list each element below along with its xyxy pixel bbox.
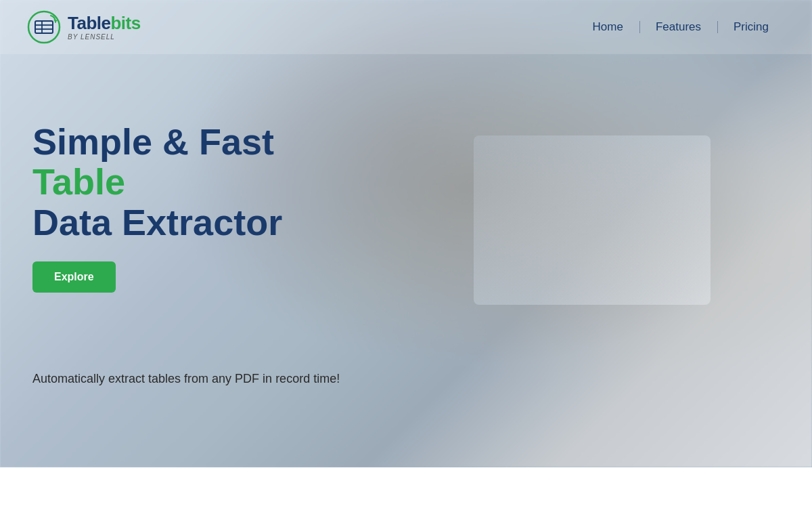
hero-content: Simple & Fast Table Data Extractor Explo…: [32, 122, 282, 293]
hero-title-line3: Data Extractor: [32, 203, 282, 242]
explore-button[interactable]: Explore: [32, 261, 116, 293]
svg-rect-1: [35, 21, 53, 33]
nav-home[interactable]: Home: [577, 15, 639, 39]
hero-laptop-decoration: [474, 135, 710, 305]
nav-pricing[interactable]: Pricing: [717, 15, 785, 39]
svg-marker-5: [53, 20, 58, 22]
hero-title-line2: Table: [32, 162, 282, 202]
logo-bits-text: bits: [110, 14, 140, 33]
nav-features[interactable]: Features: [639, 15, 717, 39]
logo-byline: by LENSELL: [68, 33, 141, 41]
hero-section: Tablebits by LENSELL Home Features Prici…: [0, 0, 812, 467]
logo: Tablebits by LENSELL: [27, 10, 141, 44]
hero-subtitle: Automatically extract tables from any PD…: [32, 372, 340, 386]
logo-icon: [27, 10, 61, 44]
svg-point-0: [28, 12, 60, 43]
navbar: Tablebits by LENSELL Home Features Prici…: [0, 0, 812, 54]
nav-links: Home Features Pricing: [577, 15, 785, 39]
bottom-bar: [0, 467, 812, 508]
hero-title-line1: Simple & Fast: [32, 122, 282, 162]
logo-table-text: Table: [68, 14, 110, 33]
logo-text: Tablebits by LENSELL: [68, 14, 141, 41]
